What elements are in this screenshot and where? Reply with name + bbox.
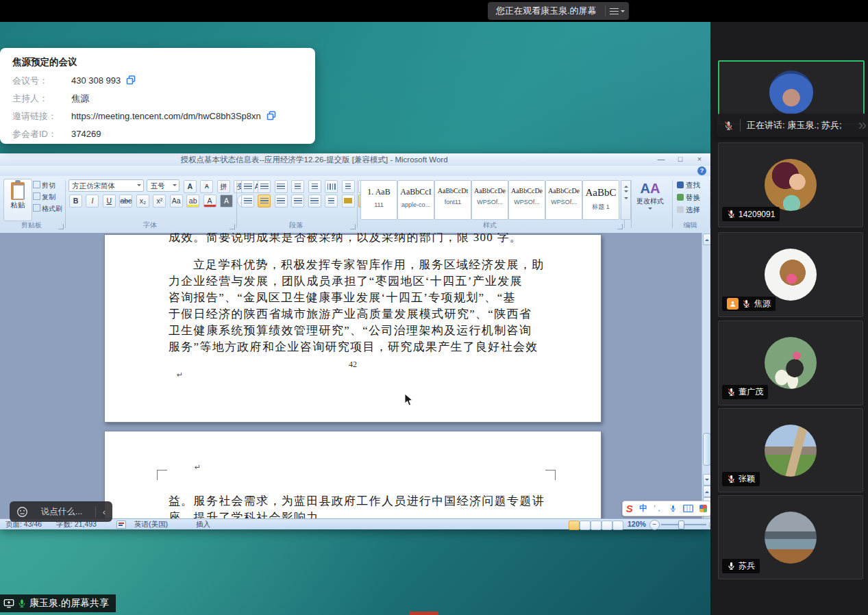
proofing-icon[interactable] (116, 520, 126, 529)
style-item-heading1[interactable]: AaBbC标题 1 (582, 180, 619, 220)
paste-button[interactable]: 粘贴 (3, 179, 32, 221)
phonetic-guide-button[interactable]: 拼 (217, 180, 230, 193)
participant-tile-dongguangmao[interactable]: 董广茂 (718, 321, 863, 405)
previous-page-button[interactable] (703, 486, 710, 497)
screen-share-label: 康玉泉.的屏幕共享 (0, 594, 116, 612)
change-styles-icon: AA (632, 180, 669, 197)
copy-icon[interactable] (126, 75, 136, 85)
justify-button[interactable] (291, 194, 304, 208)
shading-button[interactable] (342, 194, 355, 208)
select-button[interactable]: 选择 (677, 204, 700, 216)
bold-button[interactable]: B (69, 194, 82, 208)
paragraph-dialog-launcher[interactable] (350, 224, 356, 229)
collapse-chat-button[interactable]: ‹ (96, 507, 112, 517)
align-right-button[interactable] (275, 194, 288, 208)
style-item[interactable]: AaBbCcDtfont11 (434, 180, 471, 220)
chat-quick-bubble[interactable]: 说点什么... ‹ (10, 501, 112, 522)
participant-tile-14209091[interactable]: 14209091 (718, 142, 863, 227)
style-item[interactable]: AaBbCcDeWPSOf... (471, 180, 508, 220)
change-styles-button[interactable]: AA 更改样式 (632, 180, 669, 223)
scrollbar-thumb[interactable] (703, 433, 710, 466)
sogou-logo-icon[interactable]: S (626, 503, 633, 515)
ime-keyboard-icon[interactable] (683, 505, 693, 512)
font-size-combo[interactable]: 五号 (147, 179, 179, 192)
attendee-id-row: 参会者ID：374269 (12, 128, 101, 140)
participant-tile-subing[interactable]: 苏兵 (718, 495, 863, 579)
select-icon (677, 206, 684, 213)
editing-group-label: 编辑 (673, 221, 708, 230)
zoom-out-button[interactable]: − (649, 520, 660, 530)
viewer-status-text: 您正在观看康玉泉.的屏幕 (488, 5, 605, 17)
chat-input-placeholder[interactable]: 说点什么... (28, 506, 95, 518)
asian-layout-button[interactable] (325, 180, 338, 193)
change-case-aa-button[interactable]: Aa (170, 194, 183, 208)
font-name-combo[interactable]: 方正仿宋简体 (69, 179, 144, 192)
styles-gallery-scrollbar[interactable] (621, 180, 631, 220)
increase-indent-button[interactable] (308, 180, 321, 193)
bullet-list-button[interactable] (241, 180, 254, 193)
style-item[interactable]: 1. AaB111 (360, 180, 397, 220)
superscript-button[interactable]: x² (153, 194, 166, 208)
highlight-color-button[interactable]: ab (186, 194, 199, 208)
style-item[interactable]: AaBbCcDeWPSOf... (508, 180, 545, 220)
copy-button[interactable]: 复制 (33, 192, 63, 203)
copy-icon[interactable] (266, 111, 276, 121)
word-title-bar[interactable]: 授权点基本状态信息表--应用经济学12.26-提交版 [兼容模式] - Micr… (0, 153, 710, 166)
find-button[interactable]: 查找 (677, 179, 700, 191)
subscript-button[interactable]: x₂ (136, 194, 149, 208)
decrease-indent-button[interactable] (291, 180, 304, 193)
grow-font-button[interactable]: A (184, 180, 197, 193)
minimize-button[interactable]: — (652, 153, 671, 165)
styles-dialog-launcher[interactable] (617, 224, 623, 229)
change-styles-wrap: AA 更改样式 (632, 177, 673, 231)
shrink-font-button[interactable]: A (200, 180, 213, 193)
language-indicator[interactable]: 英语(美国) (134, 520, 168, 529)
insert-mode-indicator[interactable]: 插入 (196, 520, 210, 529)
paragraph-group: 段落 (237, 177, 358, 231)
multilevel-list-button[interactable] (275, 180, 288, 193)
styles-group-label: 样式 (358, 221, 622, 230)
draft-view-button[interactable] (612, 520, 623, 530)
document-scrollbar[interactable] (702, 233, 710, 518)
help-icon[interactable]: ? (697, 166, 706, 175)
scroll-down-button[interactable] (703, 474, 710, 486)
clipboard-dialog-launcher[interactable] (58, 224, 64, 229)
outline-view-button[interactable] (602, 520, 612, 530)
fullscreen-reading-view-button[interactable] (580, 520, 591, 530)
sort-button[interactable] (342, 180, 355, 193)
font-color-button[interactable]: A (203, 194, 216, 208)
participant-tile-zhangying[interactable]: 张颖 (718, 408, 863, 492)
align-left-button[interactable] (241, 194, 254, 208)
print-layout-view-button[interactable] (569, 520, 580, 530)
view-options-menu-button[interactable] (606, 2, 629, 20)
format-painter-button[interactable]: 格式刷 (33, 203, 63, 214)
attendee-id-label: 参会者ID： (12, 128, 71, 140)
style-item[interactable]: AaBbCcIapple-co... (397, 180, 434, 220)
web-layout-view-button[interactable] (591, 520, 602, 530)
collapse-banner-chevron-icon[interactable]: » (858, 115, 867, 136)
line-spacing-button[interactable] (325, 194, 338, 208)
scroll-up-button[interactable] (703, 234, 710, 245)
align-center-button[interactable] (258, 194, 271, 208)
ime-language-toggle[interactable]: 中 (639, 503, 647, 514)
character-shading-button[interactable]: A (220, 194, 233, 208)
numbered-list-button[interactable] (258, 180, 271, 193)
style-item[interactable]: AaBbCcDeWPSOf... (545, 180, 582, 220)
restore-button[interactable]: □ (671, 153, 690, 165)
ime-punctuation-toggle[interactable]: ’， (654, 503, 662, 514)
zoom-slider-thumb[interactable] (678, 520, 684, 529)
close-button[interactable]: × (690, 153, 709, 165)
cut-button[interactable]: 剪切 (33, 180, 63, 191)
replace-button[interactable]: 替换 (677, 192, 700, 203)
distribute-button[interactable] (308, 194, 321, 208)
ime-toolbox-icon[interactable] (699, 505, 707, 512)
underline-button[interactable]: U (103, 194, 116, 208)
zoom-level[interactable]: 120% (628, 520, 646, 529)
ime-microphone-icon[interactable] (669, 504, 677, 513)
participant-tile-jiaoyuan[interactable]: 焦源 (718, 232, 863, 317)
ime-toolbar[interactable]: S 中 ’， (622, 501, 710, 516)
strikethrough-button[interactable]: abc (119, 194, 132, 208)
emoji-icon[interactable] (16, 506, 28, 518)
font-dialog-launcher[interactable] (230, 224, 235, 229)
italic-button[interactable]: I (86, 194, 99, 208)
